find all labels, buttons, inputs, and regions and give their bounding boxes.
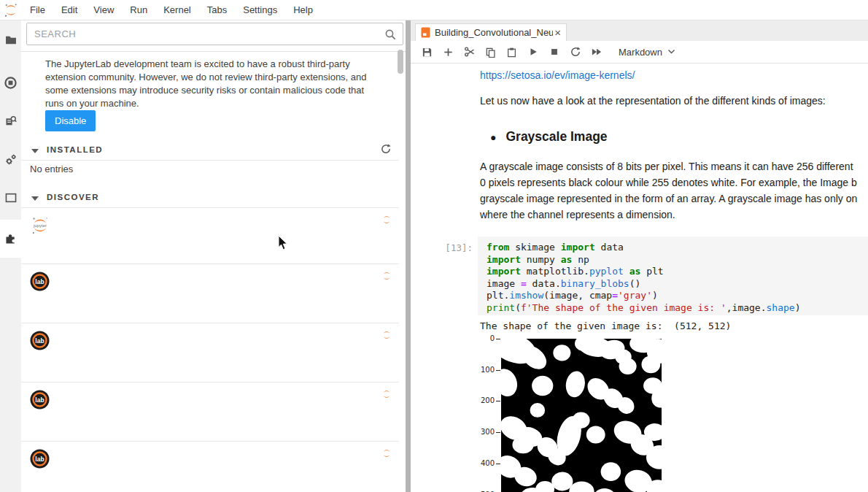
jupyter-logo-icon (0, 2, 22, 18)
panel-scrollbar-thumb[interactable] (398, 50, 403, 74)
installed-empty-text: No entries (30, 164, 73, 174)
collapse-caret-icon[interactable] (31, 149, 39, 153)
jupyterlab-window: { "colors": { "accent": "#2196f3", "bran… (0, 0, 868, 492)
add-cell-button[interactable] (438, 41, 459, 63)
run-cell-button[interactable] (522, 41, 543, 63)
extension-entry: jupyter (21, 208, 399, 264)
mouse-cursor (278, 235, 288, 250)
command-inspector-icon[interactable] (0, 104, 21, 138)
svg-text:lab: lab (35, 396, 44, 404)
code-line: print(f'The shape of the given image is:… (487, 302, 868, 315)
extension-avatar: lab (30, 390, 50, 410)
cell-type-dropdown[interactable]: Markdown (619, 47, 675, 58)
y-tick-mark (496, 464, 500, 464)
svg-text:lab: lab (35, 278, 44, 285)
notebook-file-icon (421, 27, 430, 38)
refresh-icon[interactable] (380, 143, 392, 155)
menu-item-tabs[interactable]: Tabs (199, 1, 235, 20)
heading-text: Grayscale Image (505, 129, 607, 145)
settings-gears-icon[interactable] (0, 143, 21, 177)
code-line: image = data.binary_blobs() (487, 278, 868, 291)
copy-cells-button[interactable] (480, 41, 501, 63)
y-tick-label: 200 (465, 396, 495, 404)
y-tick-label: 400 (465, 459, 495, 467)
notebook-tab[interactable]: Building_Convolutional_Neu × (415, 23, 567, 41)
jupyter-mini-icon (381, 447, 392, 459)
code-line: plt.imshow(image, cmap='gray') (487, 290, 868, 302)
extension-entry: lab (21, 323, 399, 383)
markdown-line: where the channel represents a dimension… (480, 207, 868, 223)
collapse-caret-icon[interactable] (31, 196, 39, 201)
markdown-line: grayscale image represented in the form … (480, 191, 868, 207)
run-all-button[interactable] (586, 41, 607, 63)
open-tabs-icon[interactable] (0, 181, 21, 215)
notebook-area: Building_Convolutional_Neu × (411, 20, 868, 492)
y-tick-label: 0 (465, 334, 495, 342)
y-tick-label: 300 (465, 428, 495, 436)
menu-item-run[interactable]: Run (122, 1, 155, 20)
y-tick-mark (496, 339, 500, 339)
extension-entry: lab (21, 383, 399, 442)
panel-resize-handle[interactable] (406, 20, 411, 492)
extension-entry: lab (21, 264, 399, 323)
tab-close-icon[interactable]: × (554, 27, 561, 38)
jupyter-mini-icon (381, 214, 392, 226)
save-button[interactable] (416, 41, 438, 63)
menu-item-view[interactable]: View (85, 1, 122, 20)
menu-item-kernel[interactable]: Kernel (155, 1, 199, 20)
installed-section-header[interactable]: INSTALLED (21, 143, 398, 159)
jupyter-mini-icon (381, 388, 392, 400)
menu-item-settings[interactable]: Settings (235, 1, 285, 20)
activity-bar (0, 20, 21, 492)
extension-avatar: lab (30, 331, 50, 351)
discover-section-header[interactable]: DISCOVER (21, 191, 398, 207)
y-tick-label: 100 (465, 366, 495, 374)
search-icon[interactable] (384, 28, 397, 41)
cell-output-text: The shape of the given image is: (512, 5… (480, 320, 731, 331)
y-tick-mark (496, 401, 500, 401)
markdown-line: 0 pixels represents black colour while 2… (480, 174, 868, 191)
extension-entry: lab (21, 442, 399, 492)
chevron-down-icon (667, 49, 675, 55)
markdown-line: A grayscale image consists of 8 bits per… (480, 158, 868, 174)
separator (21, 160, 399, 161)
tab-title: Building_Convolutional_Neu (435, 27, 553, 38)
svg-text:lab: lab (35, 337, 44, 345)
notebook-content: https://setosa.io/ev/image-kernels/ Let … (411, 64, 868, 492)
code-cell-editor[interactable]: from skimage import dataimport numpy as … (478, 237, 868, 315)
installed-section-label: INSTALLED (47, 145, 103, 154)
menubar: FileEditViewRunKernelTabsSettingsHelp (0, 0, 868, 20)
code-line: import matplotlib.pyplot as plt (487, 266, 868, 278)
svg-text:jupyter: jupyter (33, 223, 47, 228)
third-party-warning-text: The JupyterLab development team is excit… (45, 58, 385, 110)
running-sessions-icon[interactable] (0, 66, 21, 99)
markdown-intro-text: Let us now have a look at the representa… (480, 95, 826, 107)
markdown-link[interactable]: https://setosa.io/ev/image-kernels/ (480, 69, 635, 81)
cell-type-value: Markdown (619, 47, 662, 58)
menu-item-edit[interactable]: Edit (53, 1, 85, 20)
markdown-heading: ● Grayscale Image (490, 129, 608, 145)
list-bullet: ● (490, 131, 496, 143)
extension-manager-icon[interactable] (0, 220, 21, 258)
extension-avatar: lab (30, 272, 50, 292)
restart-kernel-button[interactable] (565, 41, 586, 63)
jupyter-mini-icon (381, 329, 392, 341)
y-tick-mark (496, 432, 500, 433)
file-browser-icon[interactable] (0, 23, 21, 57)
cut-cells-button[interactable] (459, 41, 480, 63)
jupyter-mini-icon (381, 270, 392, 282)
svg-text:lab: lab (35, 456, 44, 463)
menu-item-file[interactable]: File (22, 1, 53, 20)
extension-search-box (26, 23, 403, 45)
extension-avatar: jupyter (30, 215, 50, 236)
menu-item-help[interactable]: Help (285, 1, 321, 20)
tab-bar: Building_Convolutional_Neu × (411, 20, 868, 42)
paste-cells-button[interactable] (501, 41, 522, 63)
menu-items: FileEditViewRunKernelTabsSettingsHelp (22, 1, 321, 20)
extension-manager-panel: The JupyterLab development team is excit… (21, 20, 406, 492)
y-tick-mark (496, 370, 500, 371)
code-line: import numpy as np (487, 254, 868, 266)
extension-search-input[interactable] (27, 23, 403, 45)
disable-button[interactable]: Disable (45, 110, 96, 131)
interrupt-kernel-button[interactable] (543, 41, 565, 63)
